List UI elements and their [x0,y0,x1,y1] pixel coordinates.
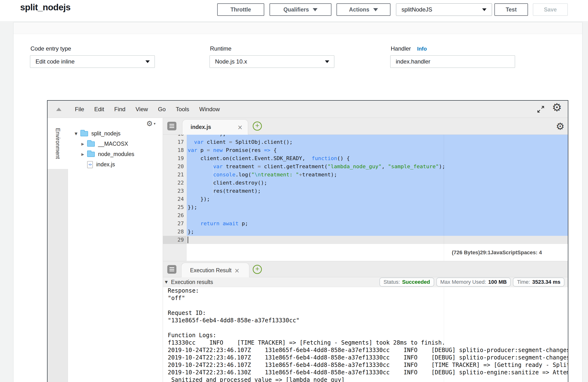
tree-label: index.js [96,161,115,168]
code-editor-area[interactable]: 1617181920212223242526272829 "); var cli… [163,135,568,261]
tree-item-root[interactable]: split_nodejs [68,129,163,139]
gutter-line-number[interactable]: 26 [163,211,184,220]
info-link[interactable]: Info [94,22,107,23]
folder-icon [87,141,95,147]
menu-item[interactable]: View [136,106,148,112]
side-rail: Environment [47,118,68,382]
tree-item-node-modules[interactable]: node_modules [68,149,163,159]
editor-settings-gear-icon[interactable] [552,101,562,114]
menu-item[interactable]: File [75,106,84,112]
handler-info-link[interactable]: Info [417,46,427,52]
code-line: var treatment = client.getTreatment("lam… [188,162,445,171]
execution-results-header: Execution results Status: Succeeded Max … [163,277,568,287]
runtime-value: Node.js 10.x [215,58,247,65]
close-icon[interactable] [237,124,243,131]
text-cursor [188,237,188,243]
tab-indexjs[interactable]: index.js [182,119,248,135]
chevron-down-icon [325,60,329,63]
collapse-results-arrow-icon[interactable] [165,280,168,284]
log-line: Response: [163,287,568,295]
code-line: "); [188,135,226,138]
log-line [163,302,568,309]
code-line: var p = new Promise(res => { [188,146,277,154]
gutter-line-number[interactable]: 19 [163,154,184,162]
collapsed-arrow-icon[interactable] [81,142,84,146]
print-margin [444,135,444,261]
execution-log-pane[interactable]: Response:"off"Request ID:"131e865f-6eb4-… [163,287,568,382]
gutter-line-number[interactable]: 27 [163,220,184,228]
runtime-label: Runtime [210,45,231,52]
test-label: Test [506,6,517,13]
throttle-label: Throttle [231,6,251,13]
editor-statusbar: (726 Bytes)29:1JavaScriptSpaces: 4 [187,244,568,261]
log-line: "off" [163,295,568,302]
js-file-icon [87,161,93,168]
file-tree: split_nodejs __MACOSX node_modules [68,118,163,382]
panel-list-icon[interactable] [167,122,176,130]
status-item[interactable]: Spaces: 4 [517,249,542,255]
gutter-line-number[interactable]: 22 [163,179,184,187]
status-item[interactable]: (726 Bytes) [452,249,480,255]
card-title-clipped: Function codeInfo [34,22,107,24]
handler-input[interactable]: index.handler [390,55,515,68]
actions-button[interactable]: Actions [336,3,391,16]
menu-item[interactable]: Tools [176,106,189,112]
status-item[interactable]: JavaScript [491,249,517,255]
tree-label: split_nodejs [91,130,121,137]
new-tab-plus-icon[interactable] [253,121,262,131]
tab-label: Execution Result [190,267,231,274]
menu-item[interactable]: Window [199,106,220,112]
gutter-line-number[interactable]: 16 [163,135,184,138]
fullscreen-icon[interactable] [536,105,545,114]
save-label: Save [544,6,557,13]
gutter-line-number[interactable]: 29 [163,236,184,244]
log-line: 2019-10-24T22:23:46.130Z 131e865f-6eb4-4… [163,369,568,376]
tree-label: node_modules [98,151,134,157]
tree-settings-gear[interactable] [147,119,155,128]
log-line: Sanitized and processed value => [lambda… [163,376,568,382]
panel-list-icon[interactable] [167,265,176,274]
result-badges: Status: Succeeded Max Memory Used: 100 M… [379,278,565,286]
log-line: Function Logs: [163,332,568,339]
code-tabbar: index.js [163,118,568,135]
gutter-line-number[interactable]: 24 [163,195,184,203]
test-event-select[interactable]: splitNodeJS [396,3,492,16]
tree-item-macosx[interactable]: __MACOSX [68,139,163,149]
gutter-line-number[interactable]: 17 [163,138,184,146]
handler-label: HandlerInfo [391,45,427,52]
log-line: Request ID: [163,309,568,317]
menu-item[interactable]: Go [158,106,166,112]
gutter-line-number[interactable]: 21 [163,171,184,179]
log-line: f13330cc INFO [TIME TRACKER] => [Fetchin… [163,339,568,346]
gear-icon [147,119,153,128]
gutter-line-number[interactable]: 25 [163,203,184,211]
expanded-arrow-icon[interactable] [75,132,78,136]
tab-execution-result[interactable]: Execution Result [181,263,249,278]
qualifiers-button[interactable]: Qualifiers [270,3,332,16]
tree-item-indexjs[interactable]: index.js [68,159,163,170]
gutter-line-number[interactable]: 20 [163,162,184,171]
collapsed-arrow-icon[interactable] [81,152,84,156]
log-line [163,324,568,332]
test-button[interactable]: Test [494,3,528,16]
gutter-line-number[interactable]: 18 [163,146,184,154]
gutter-line-number[interactable]: 28 [163,228,184,236]
menu-item[interactable]: Edit [94,106,104,112]
close-icon[interactable] [234,267,240,274]
chevron-down-icon [482,8,486,11]
statusbar-gear-icon[interactable] [556,121,565,132]
gutter-line-number[interactable]: 23 [163,187,184,195]
code-line: client.destroy(); [188,179,267,187]
code-line: client.on(client.Event.SDK_READY, functi… [188,154,350,162]
log-line: 2019-10-24T22:23:46.107Z 131e865f-6eb4-4… [163,361,568,369]
collapse-menubar-icon[interactable] [56,108,62,111]
environment-tab[interactable]: Environment [47,118,68,169]
new-tab-plus-icon[interactable] [253,265,262,274]
throttle-button[interactable]: Throttle [217,3,264,16]
save-button-disabled: Save [533,3,568,16]
menu-item[interactable]: Find [114,106,126,112]
status-item[interactable]: 29:1 [480,249,491,255]
code-entry-type-select[interactable]: Edit code inline [30,55,155,68]
results-tabbar: Execution Result [163,261,568,277]
runtime-select[interactable]: Node.js 10.x [210,55,334,68]
